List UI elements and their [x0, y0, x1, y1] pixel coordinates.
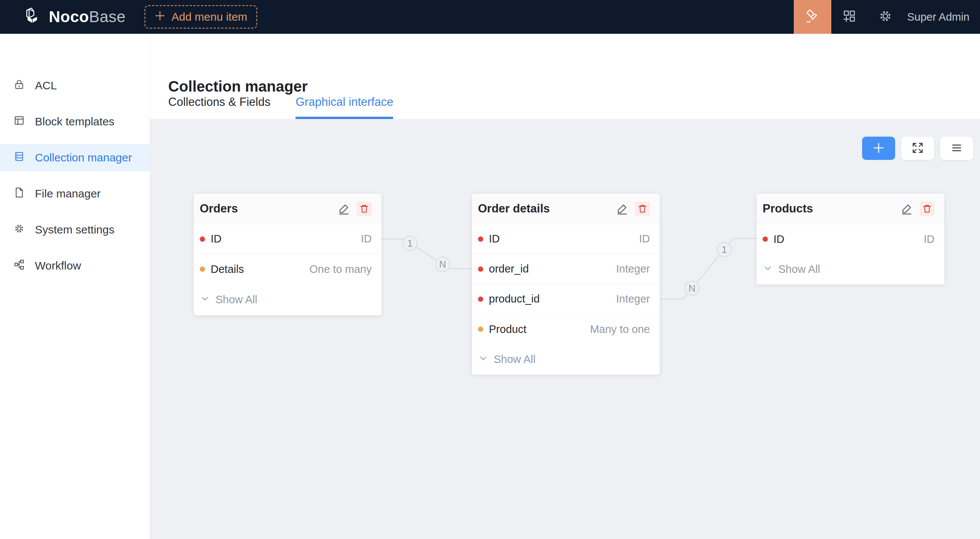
field-row: ID ID — [194, 224, 382, 254]
field-type: ID — [361, 233, 372, 245]
delete-collection-button[interactable] — [635, 202, 650, 216]
nocobase-logo[interactable]: NocoBase — [24, 7, 126, 27]
sidebar-item-acl[interactable]: ACL — [0, 72, 150, 99]
chevron-down-icon — [478, 353, 488, 366]
field-name: product_id — [489, 293, 539, 305]
sidebar-item-file-manager[interactable]: File manager — [0, 180, 150, 207]
collection-list-button[interactable] — [940, 137, 973, 160]
main-area: ACL Block templates Collect — [0, 34, 980, 539]
plus-icon — [154, 10, 165, 24]
menu-icon — [950, 141, 964, 156]
lock-icon — [13, 78, 25, 93]
plugins-button[interactable] — [831, 0, 867, 34]
entity-card-header: Products — [757, 194, 944, 224]
entity-card-order-details[interactable]: Order details — [472, 194, 660, 375]
show-all-button[interactable]: Show All — [194, 284, 382, 315]
field-name: ID — [489, 233, 500, 245]
layout-icon — [13, 114, 25, 129]
page-title: Collection manager — [168, 78, 307, 95]
entity-title: Orders — [200, 202, 238, 215]
sidebar-item-label: Collection manager — [35, 151, 132, 164]
entity-card-header: Orders — [194, 194, 382, 224]
delete-collection-button[interactable] — [357, 202, 372, 216]
primary-key-dot — [478, 267, 483, 272]
field-type: Integer — [616, 263, 650, 275]
field-type: ID — [639, 233, 650, 245]
appstore-add-icon — [842, 9, 857, 25]
field-row: product_id Integer — [472, 284, 660, 314]
brand-text: NocoBase — [49, 8, 126, 26]
nocobase-logo-icon — [24, 7, 43, 27]
page-header: Collection manager Collections & Fields … — [150, 34, 980, 119]
gear-icon — [13, 223, 25, 237]
fullscreen-button[interactable] — [901, 137, 934, 160]
connection-orderdetails-products — [660, 238, 757, 299]
field-name: Details — [211, 263, 244, 275]
chevron-down-icon — [763, 263, 773, 275]
primary-key-dot — [478, 297, 483, 302]
show-all-button[interactable]: Show All — [757, 254, 944, 285]
field-row: Product Many to one — [472, 314, 660, 344]
user-menu[interactable]: Super Admin — [907, 11, 969, 23]
gear-icon — [878, 9, 893, 25]
cardinality-label: 1 — [407, 238, 413, 249]
field-name: Product — [489, 323, 527, 335]
edit-collection-button[interactable] — [900, 202, 913, 215]
plus-icon — [872, 141, 886, 156]
edit-collection-button[interactable] — [616, 202, 629, 215]
field-type: One to many — [309, 263, 372, 275]
sidebar-item-label: Block templates — [35, 115, 115, 128]
field-name: ID — [211, 233, 221, 245]
relation-dot — [200, 267, 205, 272]
field-row: Details One to many — [194, 254, 382, 284]
sidebar: ACL Block templates Collect — [0, 34, 150, 539]
chevron-down-icon — [200, 294, 210, 306]
highlighter-icon — [804, 8, 821, 26]
settings-button[interactable] — [867, 0, 904, 34]
primary-key-dot — [763, 237, 768, 242]
primary-key-dot — [200, 237, 205, 242]
sidebar-item-label: File manager — [35, 187, 101, 200]
sidebar-item-label: Workflow — [35, 259, 81, 272]
entity-card-products[interactable]: Products — [757, 194, 944, 285]
er-diagram-canvas[interactable]: 1 N N 1 — [150, 119, 980, 539]
expand-icon — [911, 141, 924, 156]
cardinality-label: 1 — [722, 244, 727, 255]
primary-key-dot — [478, 237, 483, 242]
tab-bar: Collections & Fields Graphical interface — [168, 95, 393, 119]
sidebar-item-label: ACL — [35, 79, 57, 92]
field-type: Many to one — [590, 323, 650, 335]
tab-collections-fields[interactable]: Collections & Fields — [168, 95, 270, 119]
entity-title: Products — [763, 202, 813, 215]
field-type: Integer — [616, 293, 650, 305]
delete-collection-button[interactable] — [920, 202, 935, 216]
field-name: order_id — [489, 263, 529, 275]
connection-orders-orderdetails — [382, 239, 472, 269]
content: Collection manager Collections & Fields … — [150, 34, 980, 539]
entity-card-orders[interactable]: Orders — [194, 194, 382, 315]
workflow-icon — [13, 259, 25, 273]
file-icon — [13, 186, 25, 201]
database-icon — [13, 151, 25, 165]
cardinality-label: N — [689, 283, 696, 294]
sidebar-item-block-templates[interactable]: Block templates — [0, 108, 150, 135]
field-name: ID — [773, 233, 784, 245]
field-row: ID ID — [757, 224, 944, 254]
show-all-button[interactable]: Show All — [472, 344, 660, 375]
entity-title: Order details — [478, 202, 550, 215]
sidebar-item-collection-manager[interactable]: Collection manager — [0, 144, 150, 171]
field-row: order_id Integer — [472, 254, 660, 284]
sidebar-item-system-settings[interactable]: System settings — [0, 216, 150, 243]
add-collection-button[interactable] — [862, 137, 895, 160]
add-menu-item-button[interactable]: Add menu item — [145, 5, 257, 29]
sidebar-item-workflow[interactable]: Workflow — [0, 252, 150, 279]
graph-toolbar — [862, 137, 973, 160]
cardinality-label: N — [439, 259, 447, 270]
tab-graphical-interface[interactable]: Graphical interface — [296, 95, 393, 119]
field-row: ID ID — [472, 224, 660, 254]
ui-editor-button[interactable] — [794, 0, 831, 34]
sidebar-item-label: System settings — [35, 223, 115, 236]
field-type: ID — [924, 233, 935, 245]
edit-collection-button[interactable] — [337, 202, 351, 215]
topbar: NocoBase Add menu item — [0, 0, 980, 34]
